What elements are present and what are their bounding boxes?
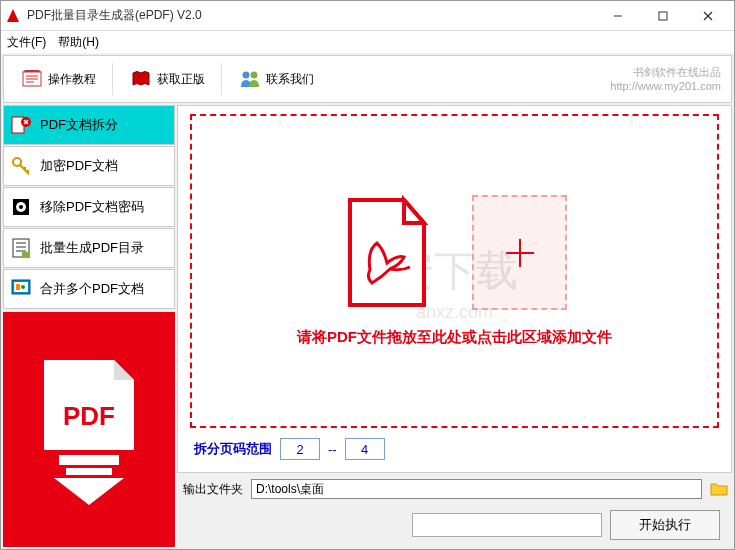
close-button[interactable]	[685, 2, 730, 30]
svg-rect-21	[22, 252, 30, 258]
sidebar-item-label: 加密PDF文档	[40, 157, 118, 175]
sidebar: PDF文档拆分 加密PDF文档 移除PDF文档密码 批量生成PDF目录 合并多个…	[3, 105, 175, 547]
minimize-button[interactable]	[595, 2, 640, 30]
svg-rect-27	[59, 455, 119, 465]
range-dash: --	[328, 442, 337, 457]
unlock-icon	[10, 196, 32, 218]
folder-icon	[710, 481, 728, 497]
contact-label: 联系我们	[266, 71, 314, 88]
pdf-logo: PDF	[3, 312, 175, 547]
get-genuine-button[interactable]: 获取正版	[121, 63, 213, 95]
key-icon	[10, 155, 32, 177]
svg-text:PDF: PDF	[63, 401, 115, 431]
plus-icon	[500, 233, 540, 273]
browse-folder-button[interactable]	[708, 479, 730, 499]
sidebar-item-label: 移除PDF文档密码	[40, 198, 144, 216]
svg-marker-24	[16, 284, 20, 290]
sidebar-item-remove-password[interactable]: 移除PDF文档密码	[3, 187, 175, 227]
people-icon	[238, 67, 262, 91]
dropzone-text: 请将PDF文件拖放至此处或点击此区域添加文件	[297, 328, 612, 347]
sidebar-item-label: PDF文档拆分	[40, 116, 118, 134]
brand-text: 书剑软件在线出品 http://www.my201.com	[610, 65, 721, 94]
tutorial-button[interactable]: 操作教程	[12, 63, 104, 95]
toolbar-separator	[221, 63, 222, 95]
app-icon	[5, 8, 21, 24]
menu-file[interactable]: 文件(F)	[7, 34, 46, 51]
sidebar-item-batch-toc[interactable]: 批量生成PDF目录	[3, 228, 175, 268]
pdf-file-icon	[342, 195, 432, 310]
output-label: 输出文件夹	[179, 481, 245, 498]
bottom-bar: 开始执行	[179, 505, 730, 545]
tutorial-icon	[20, 67, 44, 91]
output-path-input[interactable]	[251, 479, 702, 499]
menu-help[interactable]: 帮助(H)	[58, 34, 99, 51]
sidebar-item-merge-pdf[interactable]: 合并多个PDF文档	[3, 269, 175, 309]
svg-marker-29	[54, 478, 124, 505]
svg-marker-0	[7, 9, 19, 22]
list-icon	[10, 237, 32, 259]
svg-rect-2	[659, 12, 667, 20]
dropzone[interactable]: 安下载 anxz.com 请将PDF文件拖放至此处或点击此区域添加文件	[190, 114, 719, 428]
contact-button[interactable]: 联系我们	[230, 63, 322, 95]
range-label: 拆分页码范围	[194, 440, 272, 458]
svg-point-13	[13, 158, 21, 166]
maximize-button[interactable]	[640, 2, 685, 30]
toolbar-separator	[112, 63, 113, 95]
sidebar-item-label: 合并多个PDF文档	[40, 280, 144, 298]
range-to-input[interactable]	[345, 438, 385, 460]
add-file-box[interactable]	[472, 195, 567, 310]
sidebar-item-encrypt-pdf[interactable]: 加密PDF文档	[3, 146, 175, 186]
execute-button[interactable]: 开始执行	[610, 510, 720, 540]
window-title: PDF批量目录生成器(ePDF) V2.0	[27, 7, 595, 24]
split-icon	[10, 114, 32, 136]
sidebar-item-split-pdf[interactable]: PDF文档拆分	[3, 105, 175, 145]
page-range-row: 拆分页码范围 --	[190, 428, 719, 464]
titlebar: PDF批量目录生成器(ePDF) V2.0	[1, 1, 734, 31]
output-row: 输出文件夹	[179, 475, 730, 503]
svg-rect-28	[66, 468, 112, 475]
get-genuine-label: 获取正版	[157, 71, 205, 88]
svg-point-25	[21, 285, 25, 289]
svg-point-16	[19, 205, 23, 209]
svg-point-9	[243, 72, 250, 79]
sidebar-item-label: 批量生成PDF目录	[40, 239, 144, 257]
progress-bar	[412, 513, 602, 537]
toolbar: 操作教程 获取正版 联系我们 书剑软件在线出品 http://www.my201…	[3, 55, 732, 103]
main-panel: 安下载 anxz.com 请将PDF文件拖放至此处或点击此区域添加文件	[177, 105, 732, 473]
brand-line1: 书剑软件在线出品	[610, 65, 721, 79]
menubar: 文件(F) 帮助(H)	[1, 31, 734, 53]
merge-icon	[10, 278, 32, 300]
book-icon	[129, 67, 153, 91]
svg-point-10	[251, 72, 258, 79]
brand-line2: http://www.my201.com	[610, 79, 721, 93]
tutorial-label: 操作教程	[48, 71, 96, 88]
range-from-input[interactable]	[280, 438, 320, 460]
